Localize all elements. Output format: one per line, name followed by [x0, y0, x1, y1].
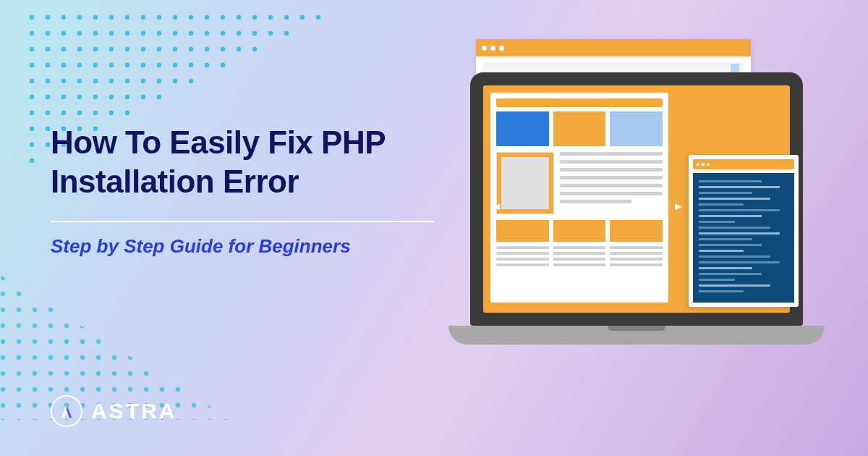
webpage-mockup	[490, 93, 668, 303]
title-line-2: Installation Error	[51, 164, 299, 199]
laptop-screen: ◀ ▶	[470, 72, 803, 326]
page-subtitle: Step by Step Guide for Beginners	[51, 235, 434, 258]
image-placeholder	[496, 152, 554, 214]
content-tile	[610, 111, 663, 146]
tile-row	[496, 111, 663, 146]
code-title-bar	[693, 159, 794, 169]
window-dot-icon	[697, 163, 699, 166]
logo-mark-icon	[51, 395, 82, 427]
window-dot-icon	[499, 46, 504, 51]
text-content: How To Easily Fix PHP Installation Error…	[51, 123, 434, 258]
title-line-1: How To Easily Fix PHP	[51, 124, 386, 160]
content-row	[496, 152, 663, 214]
chevron-right-icon: ▶	[675, 201, 681, 211]
window-dot-icon	[702, 163, 705, 166]
content-tile	[496, 111, 549, 146]
brand-logo: ASTRA	[51, 395, 176, 427]
window-dot-icon	[482, 46, 487, 51]
content-tile	[553, 111, 606, 146]
logo-a-icon	[59, 403, 75, 419]
text-lines	[560, 152, 663, 214]
footer-tile	[553, 220, 606, 242]
page-title: How To Easily Fix PHP Installation Error	[51, 123, 434, 200]
footer-tile	[610, 220, 663, 242]
chevron-left-icon: ◀	[493, 201, 500, 211]
footer-text-columns	[496, 246, 663, 269]
browser-title-bar	[476, 39, 751, 56]
laptop-base	[448, 326, 825, 345]
title-divider	[51, 221, 434, 222]
screen-content: ◀ ▶	[483, 85, 790, 313]
laptop-illustration: ◀ ▶	[448, 72, 825, 345]
code-editor-panel	[689, 155, 799, 307]
footer-tile	[496, 220, 549, 242]
code-body	[693, 173, 794, 303]
window-dot-icon	[707, 163, 710, 166]
window-dot-icon	[490, 46, 495, 51]
page-header-bar	[496, 98, 663, 107]
footer-tile-row	[496, 220, 663, 242]
brand-name: ASTRA	[91, 399, 176, 423]
